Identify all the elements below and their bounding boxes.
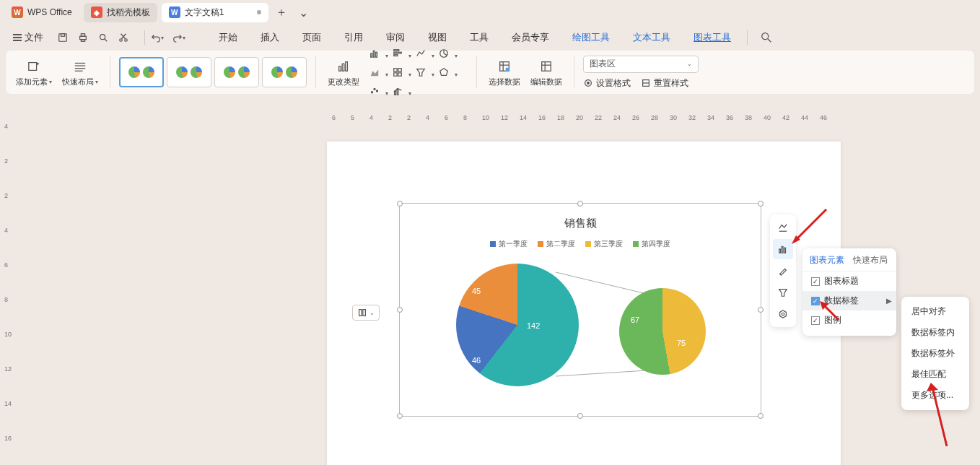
- svg-rect-4: [81, 40, 84, 42]
- new-tab-button[interactable]: ＋: [273, 4, 290, 21]
- submenu-center[interactable]: 居中对齐: [901, 301, 969, 322]
- svg-rect-24: [373, 51, 375, 58]
- svg-marker-38: [440, 69, 448, 76]
- funnel-icon[interactable]: ▾: [413, 66, 429, 78]
- change-type-button[interactable]: 更改类型: [325, 58, 362, 87]
- area-chart-icon[interactable]: ▾: [367, 66, 382, 78]
- svg-rect-55: [359, 310, 362, 316]
- submenu-inside[interactable]: 数据标签内: [901, 322, 969, 343]
- search-button[interactable]: [756, 27, 776, 48]
- menu-view[interactable]: 视图: [418, 28, 457, 47]
- menu-insert[interactable]: 插入: [250, 28, 289, 47]
- combo-icon[interactable]: ▾: [390, 85, 406, 97]
- chart-style-1[interactable]: [119, 57, 164, 87]
- tab-more-button[interactable]: ⌄: [294, 4, 312, 21]
- scatter-icon[interactable]: ▾: [367, 85, 382, 97]
- svg-point-40: [374, 88, 375, 90]
- chart-style-4[interactable]: [262, 57, 307, 87]
- set-format-button[interactable]: 设置格式: [583, 77, 631, 90]
- quick-access-toolbar: [56, 31, 130, 44]
- stacked-icon[interactable]: ▾: [390, 66, 406, 78]
- pie-secondary[interactable]: [619, 288, 706, 375]
- pie-chart-icon[interactable]: ▾: [436, 48, 452, 59]
- print-icon[interactable]: [76, 31, 89, 44]
- bar-chart-icon[interactable]: ▾: [367, 48, 382, 59]
- panel-item-legend[interactable]: ✓ 图例: [802, 310, 896, 330]
- checkbox-icon[interactable]: ✓: [811, 297, 820, 305]
- svg-marker-32: [371, 70, 379, 77]
- tab-templates[interactable]: ◆ 找稻壳模板: [84, 3, 157, 22]
- panel-item-data-labels[interactable]: ✓ 数据标签 ▶: [802, 291, 896, 310]
- menu-draw-tools[interactable]: 绘图工具: [562, 28, 620, 47]
- svg-rect-35: [394, 73, 397, 76]
- reset-style-label: 重置样式: [654, 77, 688, 90]
- resize-handle-s[interactable]: [577, 413, 583, 419]
- redo-button[interactable]: ▾: [172, 31, 185, 44]
- svg-rect-3: [81, 34, 84, 37]
- panel-tab-elements[interactable]: 图表元素: [810, 254, 844, 266]
- resize-handle-n[interactable]: [577, 201, 583, 207]
- chart-style-2[interactable]: [167, 57, 211, 87]
- undo-button[interactable]: ▾: [151, 31, 164, 44]
- menu-start[interactable]: 开始: [209, 28, 248, 47]
- chart-style-3[interactable]: [214, 57, 259, 87]
- svg-rect-22: [346, 61, 348, 71]
- file-menu[interactable]: 文件: [9, 28, 48, 47]
- menu-member[interactable]: 会员专享: [502, 28, 559, 47]
- add-element-button[interactable]: 添加元素▾: [13, 58, 55, 87]
- pie-main[interactable]: [456, 264, 579, 386]
- checkbox-icon[interactable]: ✓: [811, 277, 820, 286]
- legend-swatch: [585, 241, 591, 247]
- submenu-more[interactable]: 更多选项...: [901, 385, 969, 406]
- preview-icon[interactable]: [97, 31, 110, 44]
- unsaved-dot-icon: [257, 10, 261, 14]
- resize-handle-nw[interactable]: [397, 201, 403, 207]
- chart-elements-button[interactable]: [773, 239, 793, 259]
- chart-settings-button[interactable]: [773, 304, 793, 324]
- legend-swatch: [538, 241, 543, 247]
- line-chart-icon[interactable]: ▾: [413, 48, 429, 59]
- chart-funnel-button[interactable]: [773, 282, 793, 303]
- resize-handle-sw[interactable]: [397, 413, 403, 419]
- radar-icon[interactable]: ▾: [436, 66, 452, 78]
- svg-rect-25: [376, 52, 377, 57]
- cut-icon[interactable]: [117, 31, 130, 44]
- legend-swatch: [490, 241, 496, 247]
- chart-object[interactable]: 销售额 第一季度 第二季度 第三季度 第四季度 45 46 142 67 75: [399, 203, 761, 417]
- word-icon: W: [169, 6, 180, 18]
- menu-text-tools[interactable]: 文本工具: [623, 28, 681, 47]
- svg-rect-20: [339, 66, 341, 71]
- chart-title[interactable]: 销售额: [400, 217, 761, 230]
- menu-page[interactable]: 页面: [292, 28, 331, 47]
- menu-chart-tools[interactable]: 图表工具: [683, 28, 741, 47]
- menu-tools[interactable]: 工具: [460, 28, 499, 47]
- svg-line-9: [121, 34, 126, 39]
- svg-point-7: [120, 39, 123, 42]
- tab-app[interactable]: W WPS Office: [4, 3, 79, 22]
- submenu-bestfit[interactable]: 最佳匹配: [901, 364, 969, 385]
- paragraph-options-button[interactable]: ⌄: [352, 305, 380, 321]
- chart-legend[interactable]: 第一季度 第二季度 第三季度 第四季度: [400, 239, 761, 249]
- chart-filter-icon-1[interactable]: [773, 217, 793, 238]
- reset-style-button[interactable]: 重置样式: [641, 77, 688, 90]
- chart-elements-panel: 图表元素 快速布局 ✓ 图表标题 ✓ 数据标签 ▶ ✓ 图例: [802, 248, 896, 336]
- menu-reference[interactable]: 引用: [334, 28, 373, 47]
- checkbox-icon[interactable]: ✓: [811, 316, 820, 325]
- hbar-chart-icon[interactable]: ▾: [390, 48, 406, 59]
- panel-item-title[interactable]: ✓ 图表标题: [802, 271, 896, 291]
- chart-element-select[interactable]: 图表区 ⌄: [583, 56, 699, 73]
- panel-tab-layout[interactable]: 快速布局: [853, 254, 888, 266]
- format-icon: [583, 78, 593, 88]
- select-data-button[interactable]: 选择数据: [486, 58, 523, 87]
- resize-handle-se[interactable]: [758, 413, 764, 419]
- submenu-outside[interactable]: 数据标签外: [901, 343, 969, 364]
- separator: [747, 30, 748, 45]
- resize-handle-ne[interactable]: [758, 201, 764, 207]
- save-icon[interactable]: [56, 31, 69, 44]
- quick-layout-icon: [70, 58, 90, 75]
- quick-layout-button[interactable]: 快速布局▾: [59, 58, 101, 87]
- chart-color-button[interactable]: [773, 261, 793, 281]
- tab-document[interactable]: W 文字文稿1: [162, 3, 269, 22]
- edit-data-button[interactable]: 编辑数据: [528, 58, 565, 87]
- menu-review[interactable]: 审阅: [376, 28, 415, 47]
